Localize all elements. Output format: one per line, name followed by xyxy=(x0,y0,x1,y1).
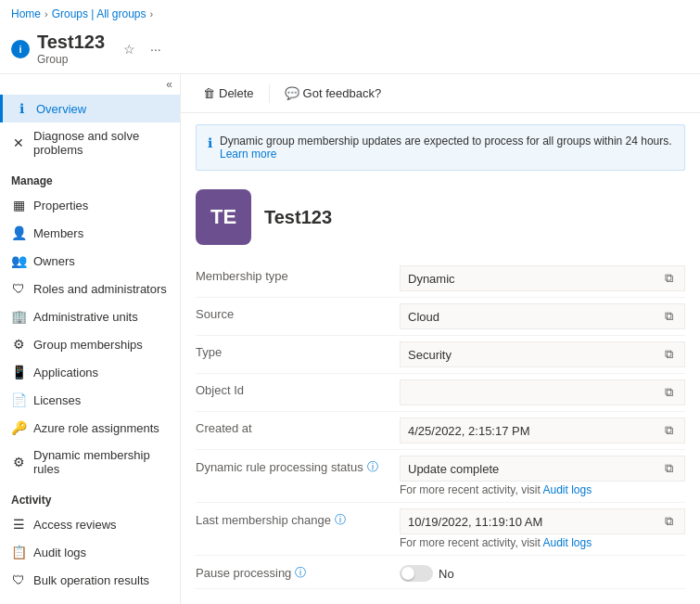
direct-members-section: Direct members 🌐 687 Total 👤 687 User(s)… xyxy=(181,589,700,604)
diagnose-icon: ✕ xyxy=(11,135,26,150)
members-icon: 👤 xyxy=(11,225,26,240)
breadcrumb-sep-1: › xyxy=(45,8,48,19)
sidebar-audit-logs-label: Audit logs xyxy=(33,546,86,559)
audit-logs-icon: 📋 xyxy=(11,545,26,559)
delete-button[interactable]: 🗑 Delete xyxy=(196,82,261,105)
prop-label-pause-processing: Pause processing ⓘ xyxy=(196,561,400,581)
sidebar-item-bulk-ops[interactable]: 🛡 Bulk operation results xyxy=(0,566,180,594)
feedback-label: Got feedback? xyxy=(303,86,382,100)
owners-icon: 👥 xyxy=(11,253,26,268)
prop-value-wrap-source: Cloud ⧉ xyxy=(400,303,685,329)
prop-value-wrap-type: Security ⧉ xyxy=(400,341,685,367)
copy-dynamic-status-button[interactable]: ⧉ xyxy=(661,461,677,476)
sidebar-licenses-label: Licenses xyxy=(33,393,81,407)
sidebar-collapse: « xyxy=(0,74,180,95)
dynamic-rules-icon: ⚙ xyxy=(11,455,26,469)
sidebar-item-diagnose[interactable]: ✕ Diagnose and solve problems xyxy=(0,122,180,163)
sidebar-item-licenses[interactable]: 📄 Licenses xyxy=(0,386,180,414)
applications-icon: 📱 xyxy=(11,365,26,379)
prop-row-last-membership: Last membership change ⓘ 10/19/2022, 11:… xyxy=(196,503,685,556)
sidebar-roles-label: Roles and administrators xyxy=(33,282,167,296)
last-membership-audit-link[interactable]: Audit logs xyxy=(542,536,592,549)
prop-value-wrap-pause-processing: No xyxy=(400,561,685,582)
admin-units-icon: 🏢 xyxy=(11,309,26,324)
delete-icon: 🗑 xyxy=(203,86,215,100)
prop-label-dynamic-status: Dynamic rule processing status ⓘ xyxy=(196,456,400,475)
sidebar-item-owners[interactable]: 👥 Owners xyxy=(0,247,180,275)
main-layout: « ℹ Overview ✕ Diagnose and solve proble… xyxy=(0,73,700,604)
dynamic-status-sub: For more recent activity, visit Audit lo… xyxy=(400,483,685,496)
info-banner: ℹ Dynamic group membership updates are e… xyxy=(196,124,685,171)
bulk-ops-icon: 🛡 xyxy=(11,572,26,587)
toggle-knob xyxy=(401,567,414,580)
prop-value-wrap-last-membership: 10/19/2022, 11:19:10 AM ⧉ For more recen… xyxy=(400,508,685,549)
breadcrumb-groups[interactable]: Groups | All groups xyxy=(52,7,146,20)
manage-section-label: Manage xyxy=(0,163,180,191)
sidebar-owners-label: Owners xyxy=(33,254,75,268)
prop-value-wrap-object-id: ⧉ xyxy=(400,379,685,405)
breadcrumb-home[interactable]: Home xyxy=(11,7,41,20)
prop-row-dynamic-status: Dynamic rule processing status ⓘ Update … xyxy=(196,450,685,503)
sidebar-azure-roles-label: Azure role assignments xyxy=(33,421,159,435)
copy-type-button[interactable]: ⧉ xyxy=(661,347,677,362)
prop-label-membership-type: Membership type xyxy=(196,265,400,283)
info-banner-icon: ℹ xyxy=(208,135,212,150)
delete-label: Delete xyxy=(219,86,254,100)
copy-last-membership-button[interactable]: ⧉ xyxy=(661,514,677,529)
header-actions: ☆ ··· xyxy=(120,40,165,58)
header-info-icon: i xyxy=(11,40,30,58)
sidebar-item-admin-units[interactable]: 🏢 Administrative units xyxy=(0,302,180,330)
prop-value-last-membership: 10/19/2022, 11:19:10 AM ⧉ xyxy=(400,508,685,534)
prop-value-type: Security ⧉ xyxy=(400,341,685,367)
prop-row-type: Type Security ⧉ xyxy=(196,336,685,374)
sidebar-item-overview[interactable]: ℹ Overview xyxy=(0,95,180,122)
prop-row-source: Source Cloud ⧉ xyxy=(196,298,685,336)
page-title: Test123 xyxy=(37,32,105,53)
sidebar-item-access-reviews[interactable]: ☰ Access reviews xyxy=(0,510,180,538)
sidebar-item-applications[interactable]: 📱 Applications xyxy=(0,358,180,386)
more-options-button[interactable]: ··· xyxy=(146,40,165,58)
group-name: Test123 xyxy=(264,207,332,228)
sidebar-item-dynamic-rules[interactable]: ⚙ Dynamic membership rules xyxy=(0,442,180,482)
sidebar-item-audit-logs[interactable]: 📋 Audit logs xyxy=(0,538,180,566)
troubleshooting-section-label: Troubleshooting + Support xyxy=(0,594,180,604)
prop-label-created-at: Created at xyxy=(196,418,400,435)
breadcrumb-sep-2: › xyxy=(150,8,154,19)
sidebar-applications-label: Applications xyxy=(33,366,98,379)
info-banner-link[interactable]: Learn more xyxy=(220,148,276,161)
pause-processing-toggle[interactable] xyxy=(400,565,433,582)
sidebar-group-memberships-label: Group memberships xyxy=(33,338,143,352)
sidebar-item-members[interactable]: 👤 Members xyxy=(0,219,180,247)
sidebar-item-properties[interactable]: ▦ Properties xyxy=(0,191,180,219)
sidebar-properties-label: Properties xyxy=(33,199,88,212)
copy-source-button[interactable]: ⧉ xyxy=(661,309,677,324)
pin-button[interactable]: ☆ xyxy=(120,40,139,58)
sidebar-item-azure-roles[interactable]: 🔑 Azure role assignments xyxy=(0,414,180,442)
prop-label-object-id: Object Id xyxy=(196,379,400,397)
dynamic-status-audit-link[interactable]: Audit logs xyxy=(542,483,592,496)
dynamic-status-info-icon[interactable]: ⓘ xyxy=(367,459,378,475)
sidebar-diagnose-label: Diagnose and solve problems xyxy=(33,129,169,157)
sidebar-bulk-ops-label: Bulk operation results xyxy=(33,573,149,587)
page-header: i Test123 Group ☆ ··· xyxy=(0,28,700,73)
prop-value-dynamic-status: Update complete ⧉ xyxy=(400,456,685,482)
prop-value-membership-type: Dynamic ⧉ xyxy=(400,265,685,291)
copy-created-at-button[interactable]: ⧉ xyxy=(661,423,677,438)
pause-processing-info-icon[interactable]: ⓘ xyxy=(295,565,306,581)
sidebar-access-reviews-label: Access reviews xyxy=(33,518,117,532)
toolbar-separator xyxy=(269,84,270,103)
last-membership-info-icon[interactable]: ⓘ xyxy=(335,512,346,528)
copy-membership-type-button[interactable]: ⧉ xyxy=(661,271,677,286)
pause-processing-toggle-wrap: No xyxy=(400,561,685,582)
collapse-sidebar-button[interactable]: « xyxy=(166,78,172,91)
sidebar-item-roles[interactable]: 🛡 Roles and administrators xyxy=(0,275,180,302)
copy-object-id-button[interactable]: ⧉ xyxy=(661,385,677,400)
content-area: 🗑 Delete 💬 Got feedback? ℹ Dynamic group… xyxy=(181,74,700,604)
sidebar-item-group-memberships[interactable]: ⚙ Group memberships xyxy=(0,330,180,358)
header-title-group: Test123 Group xyxy=(37,32,105,66)
prop-row-membership-type: Membership type Dynamic ⧉ xyxy=(196,260,685,298)
feedback-button[interactable]: 💬 Got feedback? xyxy=(277,82,389,105)
feedback-icon: 💬 xyxy=(285,86,299,100)
activity-section-label: Activity xyxy=(0,482,180,510)
prop-row-created-at: Created at 4/25/2022, 2:15:17 PM ⧉ xyxy=(196,412,685,450)
